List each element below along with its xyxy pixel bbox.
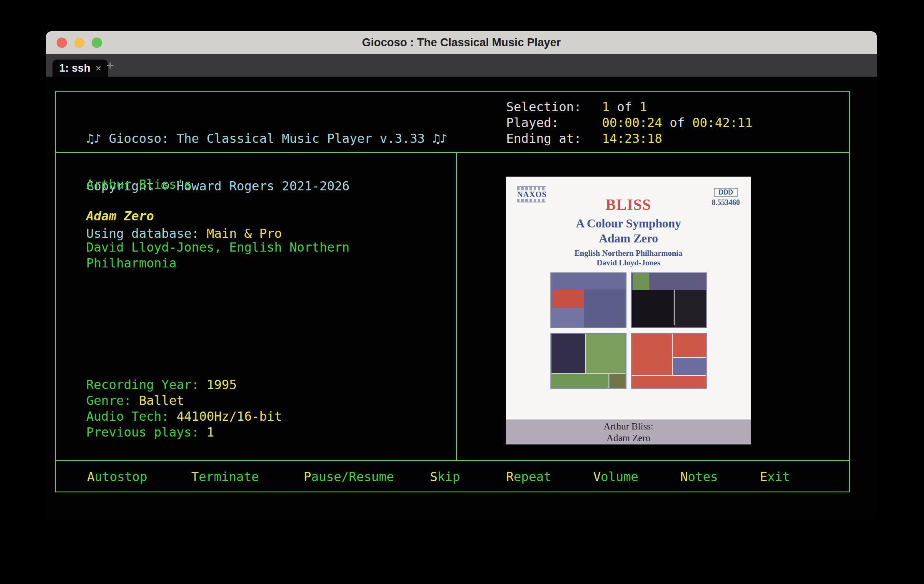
selection-total: 1 xyxy=(639,100,647,114)
painting-black xyxy=(631,272,707,328)
title-bar: Giocoso : The Classical Music Player xyxy=(46,31,877,54)
performers: David Lloyd-Jones, English Northern Phil… xyxy=(86,240,374,271)
album-work-2: Adam Zero xyxy=(506,231,751,246)
zoom-window-button[interactable] xyxy=(92,37,102,48)
recording-year-label: Recording Year: xyxy=(86,377,207,392)
selection-label: Selection: xyxy=(506,99,602,115)
menu-item-pause-resume[interactable]: Pause/Resume xyxy=(304,469,394,484)
menu-item-volume[interactable]: Volume xyxy=(593,469,638,484)
played-row: Played:00:00:24 of 00:42:11 xyxy=(506,115,752,131)
ending-row: Ending at:14:23:18 xyxy=(506,131,752,147)
album-caption-line-1: Arthur Bliss: xyxy=(506,421,751,432)
menu-item-terminate[interactable]: Terminate xyxy=(191,469,259,484)
album-cover: NAXOS DDD 8.553460 BLISS A Colour Sympho… xyxy=(506,177,751,444)
terminal-screen: ♫♪ Giocoso: The Classical Music Player v… xyxy=(46,77,877,521)
previous-plays-line: Previous plays: 1 xyxy=(86,424,282,440)
tab-ssh[interactable]: 1: ssh × xyxy=(52,60,108,77)
tab-bar: 1: ssh × + xyxy=(46,54,877,77)
album-composer: BLISS xyxy=(506,196,751,214)
painting-purple xyxy=(550,272,626,328)
menu-item-notes[interactable]: Notes xyxy=(680,469,718,484)
played-elapsed: 00:00:24 xyxy=(602,115,662,130)
previous-plays-value: 1 xyxy=(207,425,214,439)
ending-time: 14:23:18 xyxy=(602,131,662,146)
command-menu: Autostop Terminate Pause/Resume Skip Rep… xyxy=(55,460,850,492)
recording-metadata: Recording Year: 1995 Genre: Ballet Audio… xyxy=(86,377,282,440)
previous-plays-label: Previous plays: xyxy=(86,425,207,439)
window-title: Giocoso : The Classical Music Player xyxy=(362,36,561,49)
album-performer-2: David Lloyd-Jones xyxy=(506,258,751,267)
selection-current: 1 xyxy=(602,100,609,114)
played-of: of xyxy=(662,115,692,130)
traffic-lights xyxy=(57,31,102,54)
composer-name: Arthur Bliss's xyxy=(86,177,192,192)
work-title: Adam Zero xyxy=(86,209,154,223)
genre-value: Ballet xyxy=(139,393,184,408)
recording-year-value: 1995 xyxy=(207,377,237,392)
tab-label: 1: ssh xyxy=(59,62,90,75)
new-tab-button[interactable]: + xyxy=(106,54,114,77)
audio-tech-label: Audio Tech: xyxy=(86,409,177,424)
menu-item-exit[interactable]: Exit xyxy=(760,469,790,484)
audio-tech-value: 44100Hz/16-bit xyxy=(177,409,282,424)
painting-green xyxy=(550,333,626,389)
selection-row: Selection:1 of 1 xyxy=(506,99,752,115)
album-performer-1: English Northern Philharmonia xyxy=(506,248,751,258)
panel-divider xyxy=(456,153,457,460)
album-work-1: A Colour Symphony xyxy=(506,216,751,231)
menu-item-skip[interactable]: Skip xyxy=(430,469,460,484)
genre-label: Genre: xyxy=(86,393,139,408)
ending-label: Ending at: xyxy=(506,131,602,147)
header-panel: ♫♪ Giocoso: The Classical Music Player v… xyxy=(55,91,850,153)
album-caption-line-2: Adam Zero xyxy=(506,432,751,444)
selection-of: of xyxy=(609,100,639,114)
terminal-window: Giocoso : The Classical Music Player 1: … xyxy=(46,31,877,521)
app-title-line: ♫♪ Giocoso: The Classical Music Player v… xyxy=(86,131,447,147)
album-caption-band: Arthur Bliss: Adam Zero xyxy=(506,419,751,444)
album-performers: English Northern Philharmonia David Lloy… xyxy=(506,248,751,267)
played-total: 00:42:11 xyxy=(692,115,753,130)
close-window-button[interactable] xyxy=(57,37,67,48)
menu-item-autostop[interactable]: Autostop xyxy=(87,469,147,484)
menu-item-repeat[interactable]: Repeat xyxy=(506,469,551,484)
recording-year-line: Recording Year: 1995 xyxy=(86,377,282,393)
playback-status: Selection:1 of 1 Played:00:00:24 of 00:4… xyxy=(506,99,752,147)
album-work-titles: A Colour Symphony Adam Zero xyxy=(506,216,751,246)
painting-red xyxy=(631,333,707,389)
now-playing-panel: Arthur Bliss's Adam Zero David Lloyd-Jon… xyxy=(55,152,850,461)
abstract-paintings-grid xyxy=(550,272,707,389)
close-tab-icon[interactable]: × xyxy=(95,62,101,74)
minimize-window-button[interactable] xyxy=(74,37,85,48)
audio-tech-line: Audio Tech: 44100Hz/16-bit xyxy=(86,409,282,424)
genre-line: Genre: Ballet xyxy=(86,393,282,409)
played-label: Played: xyxy=(506,115,602,131)
